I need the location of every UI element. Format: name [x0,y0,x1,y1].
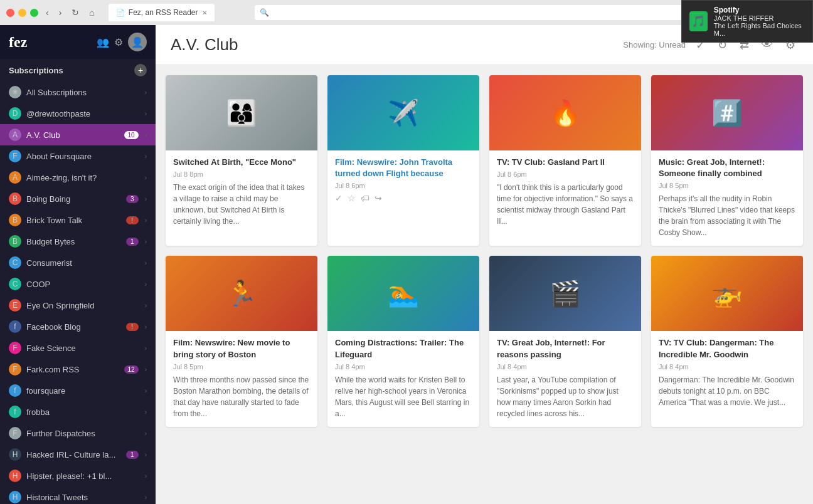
article-thumb-john-travolta: ✈️ [327,75,479,150]
sidebar-item-label-consumerist: Consumerist [26,258,139,268]
sidebar-item-label-fark: Fark.com RSS [26,365,119,374]
article-action-btn-2-john-travolta[interactable]: 🏷 [361,193,369,203]
settings-icon[interactable]: ⚙ [114,36,123,48]
user-avatar[interactable]: 👤 [128,33,147,51]
article-action-btn-0-john-travolta[interactable]: ✓ [335,193,343,203]
sidebar-item-fake-science[interactable]: FFake Science› [0,337,156,359]
article-thumb-gasland: 🔥 [489,75,641,150]
sidebar-item-badge-av-club: 10 [124,131,139,139]
article-title-dangerman: TV: TV Club: Dangerman: The Incredible M… [659,337,795,360]
sidebar-item-foursquare[interactable]: ffoursquare› [0,380,156,401]
sidebar-item-icon-about-foursquare: F [9,150,21,162]
sidebar-item-further-dispatches[interactable]: FFurther Dispatches› [0,423,156,444]
add-subscription-button[interactable]: + [134,64,147,76]
sidebar-item-chevron-all-subscriptions: › [145,89,147,96]
article-thumb-switched-at-birth: 👨‍👩‍👦 [166,75,317,150]
sidebar-item-label-fake-science: Fake Science [26,344,139,353]
sidebar-item-chevron-foursquare: › [145,387,147,394]
minimize-button[interactable] [18,9,26,17]
article-date-gasland: Jul 8 6pm [497,171,634,178]
tab-close-button[interactable]: ✕ [202,9,207,16]
article-thumb-sorkin: 🎬 [489,256,641,331]
article-action-btn-3-john-travolta[interactable]: ↪ [375,193,382,203]
sidebar-item-frobba[interactable]: ffrobba› [0,401,156,423]
sidebar-item-chevron-historical-tweets: › [145,494,147,501]
sidebar-item-label-frobba: frobba [26,407,139,417]
article-desc-switched-at-birth: The exact origin of the idea that it tak… [173,182,310,227]
close-button[interactable] [6,9,14,17]
home-button[interactable]: ⌂ [87,6,97,19]
article-desc-sorkin: Last year, a YouTube compilation of "Sor… [497,374,634,419]
feed-title: A.V. Club [171,35,238,55]
article-card-dangerman[interactable]: 🚁TV: TV Club: Dangerman: The Incredible … [651,256,803,426]
article-card-lifeguard[interactable]: 🏊Coming Distractions: Trailer: The Lifeg… [327,256,479,426]
sidebar-item-chevron-brick-town: › [145,217,147,224]
sidebar-item-label-hacked-irl: Hacked IRL- Culture la... [26,450,121,459]
article-card-switched-at-birth[interactable]: 👨‍👩‍👦Switched At Birth, "Ecce Mono"Jul 8… [166,75,317,246]
sidebar-item-icon-boing-boing: B [9,192,21,205]
sidebar-item-drewtoothpaste[interactable]: D@drewtoothpaste› [0,103,156,124]
article-title-sorkin: TV: Great Job, Internet!: For reasons pa… [497,337,634,360]
sidebar-item-about-foursquare[interactable]: FAbout Foursquare› [0,145,156,167]
article-date-cosby: Jul 8 5pm [659,182,795,189]
sidebar-item-eye-on-springfield[interactable]: EEye On Springfield› [0,295,156,316]
sidebar-item-hacked-irl[interactable]: HHacked IRL- Culture la...1› [0,444,156,465]
article-card-sorkin[interactable]: 🎬TV: Great Job, Internet!: For reasons p… [489,256,641,426]
sidebar-item-icon-hacked-irl: H [9,448,21,461]
article-desc-cosby: Perhaps it's all the nudity in Robin Thi… [659,193,795,238]
sidebar-item-icon-aimee-zing: A [9,171,21,184]
sidebar-item-chevron-about-foursquare: › [145,153,147,160]
sidebar-item-consumerist[interactable]: CConsumerist› [0,252,156,273]
sidebar-item-fark[interactable]: FFark.com RSS12› [0,359,156,380]
sidebar-item-icon-frobba: f [9,406,21,418]
sidebar-item-aimee-zing[interactable]: AAimée-zing, isn't it?› [0,167,156,188]
browser-tab[interactable]: 📄 Fez, an RSS Reader ✕ [109,4,215,21]
article-date-lifeguard: Jul 8 4pm [335,363,472,370]
sidebar-item-hipster[interactable]: HHipster, please!: +1 bl...› [0,465,156,486]
sidebar-item-icon-budget-bytes: B [9,235,21,248]
sidebar-item-label-all-subscriptions: All Subscriptions [26,88,139,97]
sidebar-item-av-club[interactable]: AA.V. Club10› [0,124,156,145]
article-body-lifeguard: Coming Distractions: Trailer: The Lifegu… [327,331,479,426]
sidebar-item-label-aimee-zing: Aimée-zing, isn't it? [26,173,139,182]
subscriptions-label: Subscriptions [9,66,63,75]
article-card-gasland[interactable]: 🔥TV: TV Club: Gasland Part IIJul 8 6pm"I… [489,75,641,246]
article-card-john-travolta[interactable]: ✈️Film: Newswire: John Travolta turned d… [327,75,479,246]
sidebar-item-icon-fark: F [9,363,21,375]
article-date-john-travolta: Jul 8 6pm [335,182,472,189]
sidebar-item-icon-brick-town: B [9,214,21,226]
sidebar-item-coop[interactable]: CCOOP› [0,273,156,295]
article-title-cosby: Music: Great Job, Internet!: Someone fin… [659,157,795,179]
forward-button[interactable]: › [56,6,65,19]
article-actions-john-travolta: ✓☆🏷↪ [335,193,472,203]
sidebar-item-chevron-facebook-blog: › [145,323,147,330]
article-card-boston-story[interactable]: 🏃Film: Newswire: New movie to bring stor… [166,256,317,426]
sidebar-item-facebook-blog[interactable]: fFacebook Blog!› [0,316,156,337]
sidebar-item-chevron-budget-bytes: › [145,238,147,245]
article-card-cosby[interactable]: #️⃣Music: Great Job, Internet!: Someone … [651,75,803,246]
sidebar-item-icon-drewtoothpaste: D [9,107,21,120]
reload-button[interactable]: ↻ [69,6,82,19]
back-button[interactable]: ‹ [43,6,51,19]
sidebar-item-label-eye-on-springfield: Eye On Springfield [26,301,139,310]
sidebar-item-historical-tweets[interactable]: HHistorical Tweets› [0,486,156,504]
maximize-button[interactable] [30,9,38,17]
sidebar-item-boing-boing[interactable]: BBoing Boing3› [0,188,156,209]
sidebar-item-label-av-club: A.V. Club [26,130,119,140]
article-desc-gasland: "I don't think this is a particularly go… [497,182,634,227]
new-tab-button[interactable] [220,5,245,20]
sidebar-item-chevron-coop: › [145,281,147,288]
sidebar-item-all-subscriptions[interactable]: ✳All Subscriptions› [0,81,156,103]
article-body-john-travolta: Film: Newswire: John Travolta turned dow… [327,150,479,211]
sidebar-item-label-brick-town: Brick Town Talk [26,216,121,225]
sidebar-item-label-about-foursquare: About Foursquare [26,152,139,161]
sidebar-item-brick-town[interactable]: BBrick Town Talk!› [0,209,156,231]
sidebar-item-label-further-dispatches: Further Dispatches [26,429,139,438]
article-desc-lifeguard: While the world waits for Kristen Bell t… [335,374,472,419]
sidebar-item-icon-eye-on-springfield: E [9,299,21,312]
people-icon[interactable]: 👥 [97,36,109,48]
article-action-btn-1-john-travolta[interactable]: ☆ [348,193,356,203]
article-title-boston-story: Film: Newswire: New movie to bring story… [173,337,310,360]
main-content: A.V. Club Showing: Unread ✓ ↻ ⇄ 👁 ⚙ 👨‍👩‍… [156,25,813,504]
sidebar-item-budget-bytes[interactable]: BBudget Bytes1› [0,231,156,252]
